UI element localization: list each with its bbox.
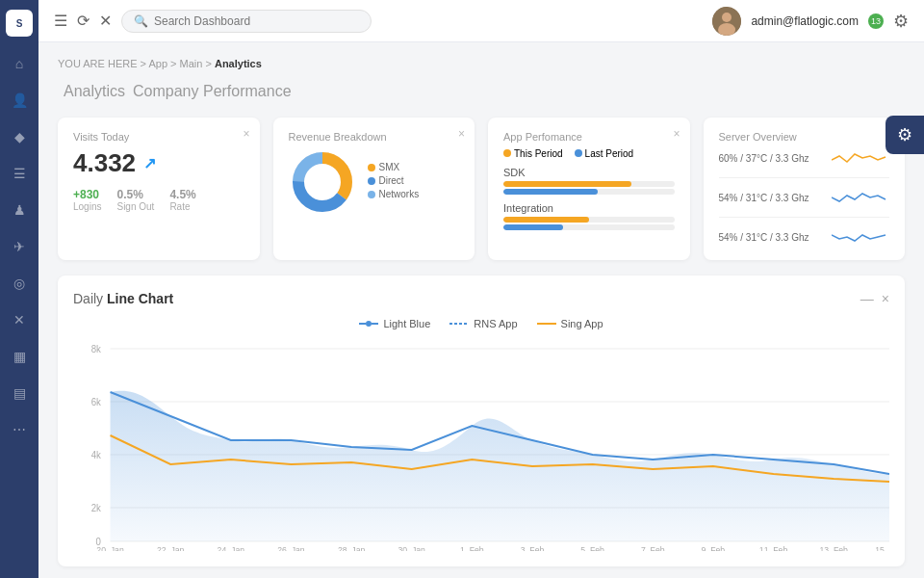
legend-lightblue: Light Blue [359, 318, 430, 329]
sdk-this-bar [503, 181, 675, 187]
content-area: YOU ARE HERE > App > Main > Analytics An… [38, 42, 924, 578]
search-icon: 🔍 [134, 14, 148, 28]
sidebar-item-dots[interactable]: ⋯ [10, 420, 29, 439]
visits-value: 4.332 ↗ [73, 148, 244, 178]
sidebar-item-circle[interactable]: ◎ [10, 274, 29, 293]
svg-text:28. Jan: 28. Jan [338, 545, 366, 551]
svg-text:30. Jan: 30. Jan [398, 545, 426, 551]
chart-legend: Light Blue RNS App Sing App [73, 318, 889, 329]
revenue-legend: SMX Direct Networks [368, 162, 420, 202]
visits-arrow-icon: ↗ [143, 154, 156, 172]
revenue-card: × Revenue Breakdown [273, 118, 475, 260]
search-input[interactable] [154, 14, 359, 28]
topbar-right: admin@flatlogic.com 13 ⚙ [712, 7, 909, 36]
visits-card: × Visits Today 4.332 ↗ +830 Logins 0.5% … [58, 118, 260, 260]
legend-smx: SMX [368, 162, 420, 172]
singapp-legend-icon [537, 320, 556, 328]
svg-text:8k: 8k [91, 344, 101, 355]
search-box[interactable]: 🔍 [121, 10, 372, 33]
legend-direct: Direct [368, 175, 420, 186]
svg-text:20. Jan: 20. Jan [96, 545, 124, 551]
server-item-2: 54% / 31°C / 3.3 Ghz [719, 227, 890, 247]
notification-badge[interactable]: 13 [868, 13, 884, 29]
sidebar-item-list[interactable]: ☰ [10, 164, 29, 183]
svg-text:13. Feb: 13. Feb [819, 545, 847, 551]
server-item-0: 60% / 37°C / 3.3 Ghz [719, 148, 890, 178]
chart-area: 8k 6k 4k 2k 0 [73, 339, 889, 551]
svg-point-7 [366, 321, 372, 327]
sidebar: S ⌂ 👤 ◆ ☰ ♟ ✈ ◎ ✕ ▦ ▤ ⋯ [0, 0, 38, 578]
svg-text:11. Feb: 11. Feb [759, 545, 787, 551]
int-this-bar [503, 217, 675, 223]
visits-close[interactable]: × [243, 127, 249, 141]
close-icon[interactable]: ✕ [99, 12, 112, 30]
perf-period: This Period Last Period [503, 148, 675, 159]
int-this-fill [503, 217, 589, 223]
svg-text:3. Feb: 3. Feb [521, 545, 545, 551]
int-last-fill [503, 224, 563, 230]
visits-title: Visits Today [73, 131, 244, 143]
networks-dot [368, 191, 375, 198]
svg-text:7. Feb: 7. Feb [641, 545, 665, 551]
rnsapp-legend-icon [449, 320, 469, 328]
svg-text:6k: 6k [91, 397, 101, 407]
floating-gear-button[interactable]: ⚙ [886, 116, 924, 154]
visits-stats: +830 Logins 0.5% Sign Out 4.5% Rate [73, 188, 244, 212]
chart-close-btn[interactable]: × [882, 291, 889, 306]
last-period-dot [575, 149, 582, 157]
lightblue-legend-icon [359, 320, 378, 328]
svg-text:22. Jan: 22. Jan [157, 545, 185, 551]
stat-logins: +830 Logins [73, 188, 101, 212]
svg-text:2k: 2k [91, 503, 101, 513]
revenue-title: Revenue Breakdown [289, 131, 460, 143]
sdk-last-bar [503, 189, 675, 195]
sidebar-item-grid[interactable]: ▤ [10, 383, 29, 403]
server-sparkline-0 [832, 148, 889, 168]
line-chart-card: Daily Line Chart — × Light Blue RNS App [58, 276, 905, 566]
revenue-close[interactable]: × [458, 127, 465, 141]
sidebar-logo: S [6, 10, 33, 37]
settings-icon[interactable]: ⚙ [893, 11, 909, 32]
sidebar-item-chart[interactable]: ▦ [10, 347, 29, 366]
server-card: × Server Overview 60% / 37°C / 3.3 Ghz 5… [704, 118, 906, 260]
chart-minimize-btn[interactable]: — [860, 291, 874, 306]
svg-text:15. Feb: 15. Feb [875, 545, 889, 551]
stat-signout: 0.5% Sign Out [116, 188, 154, 212]
page-title: AnalyticsCompany Performance [58, 77, 905, 102]
legend-singapp: Sing App [537, 318, 603, 329]
legend-rnsapp: RNS App [449, 318, 517, 329]
breadcrumb-current: Analytics [215, 58, 262, 69]
refresh-icon[interactable]: ⟳ [77, 12, 90, 30]
sidebar-item-cross[interactable]: ✕ [10, 310, 29, 329]
sidebar-item-home[interactable]: ⌂ [10, 54, 29, 73]
line-chart-svg: 8k 6k 4k 2k 0 [73, 339, 889, 551]
perf-sdk: SDK [503, 167, 675, 195]
int-last-bar [503, 224, 675, 230]
server-item-1: 54% / 31°C / 3.3 Ghz [719, 188, 890, 218]
perf-title: App Perfomance [503, 131, 675, 143]
breadcrumb: YOU ARE HERE > App > Main > Analytics [58, 58, 905, 69]
sidebar-item-user[interactable]: 👤 [10, 91, 29, 110]
this-period-label: This Period [503, 148, 563, 159]
donut-chart [289, 148, 356, 216]
server-sparkline-2 [832, 227, 889, 247]
svg-text:5. Feb: 5. Feb [580, 545, 604, 551]
hamburger-icon[interactable]: ☰ [54, 12, 67, 30]
avatar [712, 7, 741, 36]
svg-text:26. Jan: 26. Jan [277, 545, 305, 551]
svg-text:9. Feb: 9. Feb [702, 545, 726, 551]
server-title: Server Overview [719, 131, 890, 143]
svg-text:1. Feb: 1. Feb [460, 545, 484, 551]
sidebar-item-diamond[interactable]: ◆ [10, 127, 29, 146]
perf-close[interactable]: × [673, 127, 680, 141]
main-area: ☰ ⟳ ✕ 🔍 admin@flatlogic.com 13 ⚙ YOU ARE… [38, 0, 924, 578]
smx-dot [368, 164, 375, 171]
chart-controls: — × [860, 291, 889, 306]
last-period-label: Last Period [575, 148, 634, 159]
server-sparkline-1 [832, 188, 889, 207]
performance-card: × App Perfomance This Period Last Period… [488, 118, 690, 260]
sidebar-item-person[interactable]: ♟ [10, 200, 29, 220]
direct-dot [368, 177, 375, 185]
sidebar-item-paper[interactable]: ✈ [10, 237, 29, 256]
donut-container: SMX Direct Networks [289, 148, 460, 216]
